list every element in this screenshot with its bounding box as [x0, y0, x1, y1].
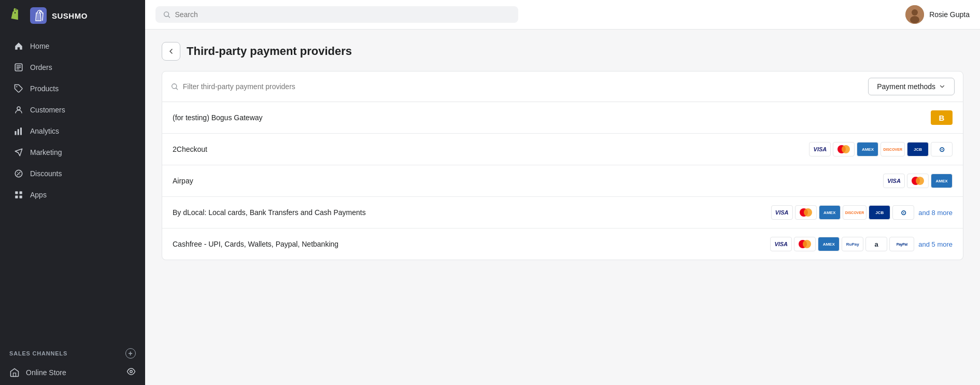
- sidebar-item-products-label: Products: [30, 84, 59, 93]
- provider-row[interactable]: By dLocal: Local cards, Bank Transfers a…: [162, 197, 963, 229]
- svg-rect-5: [20, 127, 22, 135]
- mastercard-icon: [795, 205, 817, 220]
- amex-icon: AMEX: [931, 174, 953, 188]
- jcb-icon: JCB: [907, 142, 929, 156]
- orders-icon: [13, 62, 24, 73]
- provider-name: Airpay: [173, 177, 875, 185]
- products-icon: [13, 83, 24, 94]
- mastercard-icon: [907, 174, 929, 188]
- back-button[interactable]: [162, 42, 180, 61]
- svg-point-25: [803, 240, 811, 248]
- svg-point-16: [910, 16, 919, 23]
- sidebar-item-customers-label: Customers: [30, 106, 65, 114]
- sales-channels-label: SALES CHANNELS: [9, 350, 67, 357]
- online-store-icon: [9, 367, 20, 378]
- payment-methods-button[interactable]: Payment methods: [868, 78, 955, 95]
- diners-icon: ⊙: [931, 142, 953, 156]
- diners-icon: ⊙: [892, 205, 914, 220]
- paypal-icon: PayPal: [889, 237, 914, 251]
- filter-input-wrap[interactable]: [171, 82, 862, 91]
- page-title: Third-party payment providers: [187, 45, 352, 58]
- rupay-icon: RuPay: [842, 237, 863, 251]
- marketing-icon: [13, 147, 24, 158]
- online-store-visibility-icon[interactable]: [126, 367, 136, 378]
- provider-icons: B: [931, 110, 953, 125]
- provider-icons: VISA AMEX: [883, 174, 953, 188]
- svg-point-23: [804, 208, 812, 217]
- amex-icon: AMEX: [819, 205, 841, 220]
- sidebar-item-home[interactable]: Home: [4, 36, 141, 56]
- discover-icon: DISCOVER: [880, 142, 905, 156]
- user-name: Rosie Gupta: [929, 10, 970, 19]
- sidebar-item-online-store[interactable]: Online Store: [9, 362, 136, 383]
- sidebar-item-discounts[interactable]: Discounts: [4, 163, 141, 184]
- provider-name: 2Checkout: [173, 145, 801, 153]
- sidebar-item-marketing-label: Marketing: [30, 148, 62, 156]
- sidebar-item-marketing[interactable]: Marketing: [4, 142, 141, 163]
- filter-input[interactable]: [183, 82, 862, 91]
- mastercard-icon: [833, 142, 855, 156]
- provider-row[interactable]: (for testing) Bogus Gateway B: [162, 102, 963, 134]
- amex-icon: AMEX: [857, 142, 878, 156]
- discover-icon: DISCOVER: [843, 205, 867, 220]
- provider-row[interactable]: 2Checkout VISA AMEX DISCOVER JCB ⊙: [162, 134, 963, 165]
- page-header: Third-party payment providers: [162, 42, 963, 61]
- sidebar-item-analytics[interactable]: Analytics: [4, 121, 141, 141]
- svg-rect-9: [15, 196, 18, 198]
- svg-rect-10: [20, 196, 22, 198]
- analytics-icon: [13, 126, 24, 136]
- jcb-icon: JCB: [869, 205, 890, 220]
- bogus-gateway-icon: B: [931, 110, 953, 125]
- provider-name: (for testing) Bogus Gateway: [173, 113, 922, 122]
- sidebar-item-orders-label: Orders: [30, 63, 52, 72]
- sidebar-item-orders[interactable]: Orders: [4, 57, 141, 78]
- sidebar-item-customers[interactable]: Customers: [4, 99, 141, 120]
- online-store-label: Online Store: [26, 368, 66, 377]
- svg-point-1: [16, 86, 17, 87]
- visa-icon: VISA: [770, 237, 792, 251]
- discounts-icon: [13, 168, 24, 179]
- svg-rect-3: [15, 131, 17, 135]
- provider-row[interactable]: Cashfree - UPI, Cards, Wallets, Paypal, …: [162, 229, 963, 260]
- svg-point-21: [916, 177, 924, 185]
- page-content: Third-party payment providers Payment me…: [145, 30, 980, 385]
- filter-search-icon: [171, 82, 179, 91]
- sidebar-item-apps[interactable]: Apps: [4, 184, 141, 205]
- visa-icon: VISA: [883, 174, 905, 188]
- sidebar-item-apps-label: Apps: [30, 191, 47, 199]
- chevron-down-icon: [939, 83, 946, 90]
- provider-name: Cashfree - UPI, Cards, Wallets, Paypal, …: [173, 240, 762, 248]
- sales-channels-section: SALES CHANNELS + Online Store: [0, 341, 145, 385]
- visa-icon: VISA: [809, 142, 831, 156]
- payment-methods-label: Payment methods: [877, 82, 935, 91]
- provider-name: By dLocal: Local cards, Bank Transfers a…: [173, 208, 763, 217]
- svg-rect-7: [15, 191, 18, 194]
- online-store-left: Online Store: [9, 367, 66, 378]
- shopify-logo-icon: [8, 7, 25, 24]
- amazon-icon: a: [865, 237, 887, 251]
- apps-icon: [13, 190, 24, 200]
- mastercard-icon: [794, 237, 816, 251]
- main-content: Rosie Gupta Third-party payment provider…: [145, 0, 980, 385]
- svg-rect-11: [13, 373, 16, 376]
- search-icon: [163, 10, 171, 19]
- svg-rect-8: [20, 191, 22, 194]
- visa-icon: VISA: [771, 205, 793, 220]
- avatar: [905, 5, 924, 24]
- sidebar-nav: Home Orders Products Customers Analytics: [0, 31, 145, 341]
- store-name: SUSHMO: [52, 11, 88, 20]
- svg-point-15: [912, 9, 918, 16]
- sidebar-item-analytics-label: Analytics: [30, 127, 59, 135]
- brand-logo-icon: [30, 7, 47, 24]
- provider-icons: VISA AMEX RuPay a PayPal and 5 more: [770, 237, 953, 251]
- sidebar-item-products[interactable]: Products: [4, 78, 141, 99]
- providers-list: (for testing) Bogus Gateway B 2Checkout …: [162, 102, 963, 260]
- and-more-link[interactable]: and 5 more: [918, 240, 953, 248]
- provider-row[interactable]: Airpay VISA AMEX: [162, 165, 963, 197]
- provider-icons: VISA AMEX DISCOVER JCB ⊙ and 8 more: [771, 205, 953, 220]
- sidebar: SUSHMO Home Orders Products Customers: [0, 0, 145, 385]
- and-more-link[interactable]: and 8 more: [918, 209, 953, 217]
- search-input[interactable]: [175, 10, 511, 19]
- search-bar[interactable]: [155, 6, 518, 23]
- add-sales-channel-button[interactable]: +: [125, 348, 136, 359]
